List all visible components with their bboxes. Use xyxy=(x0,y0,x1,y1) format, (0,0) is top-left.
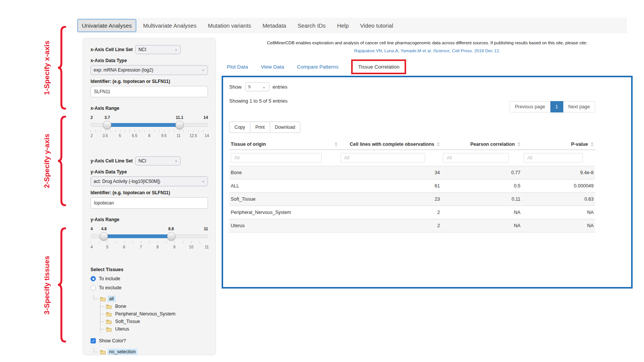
download-button[interactable]: Download xyxy=(270,122,300,133)
table-cell: NA xyxy=(441,206,522,219)
column-header-p-value[interactable]: P-value xyxy=(522,139,595,150)
tick-label: 11 xyxy=(177,134,180,138)
to-exclude-radio[interactable] xyxy=(91,285,96,290)
tissue-tree: all Bone Peripheral_Nervous_System xyxy=(94,295,208,333)
to-exclude-radio-row[interactable]: To exclude xyxy=(91,285,208,290)
brace-bracket-icon xyxy=(57,227,67,343)
tab-plot-data[interactable]: Plot Data xyxy=(227,64,248,70)
table-row: Soft_Tissue 23 0.11 0.63 xyxy=(229,193,595,206)
tissue-correlation-table: Tissue of origin Cell lines with complet… xyxy=(229,139,595,232)
x-axis-identifier-input[interactable] xyxy=(91,86,208,97)
tree-node-soft-tissue[interactable]: Soft_Tissue xyxy=(100,318,208,325)
annotation-step3: 3-Specify tissues xyxy=(35,227,67,343)
y-axis-identifier-input[interactable] xyxy=(91,197,208,209)
tree-node-soft-tissue-label[interactable]: Soft_Tissue xyxy=(114,318,142,325)
tree-node-uterus-label[interactable]: Uterus xyxy=(114,326,131,332)
brace-bracket-icon xyxy=(57,115,67,206)
tick-label: 10 xyxy=(189,245,193,249)
table-cell: NA xyxy=(522,219,595,232)
nav-tab-multivariate-analyses[interactable]: Multivariate Analyses xyxy=(139,19,201,32)
tree-node-all-label[interactable]: all xyxy=(108,296,116,302)
citation-text: CellMinerCDB enables exploration and ana… xyxy=(222,39,633,47)
y-axis-data-type-value: act: Drug Activity (-log10[IC50M]) xyxy=(94,179,160,184)
tree-node-all[interactable]: all xyxy=(94,295,208,303)
x-range-fill xyxy=(107,123,180,127)
y-range-handle-min[interactable] xyxy=(100,232,108,240)
table-row: Bone 34 0.77 9.4e-8 xyxy=(229,166,595,179)
tick-label: 12.5 xyxy=(190,134,197,138)
y-range-tickmarks xyxy=(91,241,208,243)
tab-tissue-correlation[interactable]: Tissue Correlation xyxy=(358,64,399,70)
column-header-pearson-correlation[interactable]: Pearson correlation xyxy=(441,139,522,150)
table-cell: 2 xyxy=(339,219,441,232)
tree-node-bone-label[interactable]: Bone xyxy=(114,303,128,309)
tree-node-uterus[interactable]: Uterus xyxy=(100,325,208,333)
y-axis-cell-line-set-select[interactable]: NCI ⌄ xyxy=(135,156,181,165)
x-axis-range-slider: 2 3.7 11.1 14 2 3.5 5 6.5 8 9.5 11 12.5 … xyxy=(91,121,208,145)
top-navigation: Univariate Analyses Multivariate Analyse… xyxy=(77,18,627,33)
filter-tissue-of-origin[interactable] xyxy=(231,153,322,163)
copy-button[interactable]: Copy xyxy=(229,122,250,133)
column-header-cell-lines[interactable]: Cell lines with complete observations xyxy=(339,139,441,150)
select-tissues-title: Select Tissues xyxy=(91,267,208,272)
show-color-checkbox[interactable]: ✓ xyxy=(91,338,96,343)
sort-icon[interactable] xyxy=(335,142,338,147)
filter-pearson-correlation[interactable] xyxy=(443,153,509,163)
x-axis-range-label: x-Axis Range xyxy=(91,106,208,111)
showing-entries-text: Showing 1 to 5 of 5 entries xyxy=(229,98,288,104)
nav-tab-video-tutorial[interactable]: Video tutorial xyxy=(355,19,397,32)
show-color-row[interactable]: ✓ Show Color? xyxy=(91,338,208,343)
table-header-row: Tissue of origin Cell lines with complet… xyxy=(229,139,595,150)
tree-connector xyxy=(94,295,98,299)
filter-cell-lines[interactable] xyxy=(341,153,425,163)
tab-compare-patterns[interactable]: Compare Patterns xyxy=(297,64,339,70)
table-cell: 61 xyxy=(339,179,441,193)
x-axis-data-type-select[interactable]: exp: mRNA Expression (log2) ⌄ xyxy=(91,65,208,75)
print-button[interactable]: Print xyxy=(250,122,270,133)
filter-p-value[interactable] xyxy=(524,153,583,163)
sort-icon[interactable] xyxy=(517,142,521,147)
tree-node-bone[interactable]: Bone xyxy=(100,303,208,310)
table-cell: 0.77 xyxy=(441,166,522,179)
y-range-handle-max[interactable] xyxy=(167,232,175,240)
entries-select[interactable]: 5 ⌄ xyxy=(245,82,269,91)
to-include-radio-row[interactable]: To include xyxy=(91,276,208,281)
sort-icon[interactable] xyxy=(591,142,594,147)
folder-icon xyxy=(100,296,106,301)
tick-label: 9 xyxy=(174,245,176,249)
next-page-button[interactable]: Next page xyxy=(563,101,595,112)
nav-tab-mutation-variants[interactable]: Mutation variants xyxy=(203,19,256,32)
x-range-handle-max[interactable] xyxy=(175,121,184,129)
brace-bracket-icon xyxy=(57,26,67,110)
nav-tab-help[interactable]: Help xyxy=(333,19,353,32)
previous-page-button[interactable]: Previous page xyxy=(510,101,550,112)
chevron-down-icon: ⌄ xyxy=(174,158,178,162)
main-content: CellMinerCDB enables exploration and ana… xyxy=(222,39,633,289)
x-axis-identifier-label: Identifier: (e.g. topotecan or SLFN11) xyxy=(91,79,208,84)
control-panel: x-Axis Cell Line Set NCI ⌄ x-Axis Data T… xyxy=(83,38,216,355)
tick-label: 2 xyxy=(91,134,93,138)
to-include-radio[interactable] xyxy=(91,276,96,281)
annotation-step1-label: 1-Specify x-axis xyxy=(43,41,51,95)
tree-node-no-selection[interactable]: no_selection xyxy=(94,348,208,356)
nav-tab-search-ids[interactable]: Search IDs xyxy=(293,19,330,32)
tab-view-data[interactable]: View Data xyxy=(261,64,284,70)
tree-node-no-selection-label[interactable]: no_selection xyxy=(108,349,137,355)
x-axis-cell-line-set-select[interactable]: NCI ⌄ xyxy=(135,45,181,54)
column-header-tissue-of-origin[interactable]: Tissue of origin xyxy=(229,139,339,150)
citation-link[interactable]: Rajapakse.VN, Luna.A, Yamade.M et al. iS… xyxy=(222,47,633,55)
show-entries-row: Show 5 ⌄ entries xyxy=(229,82,595,91)
sort-icon[interactable] xyxy=(437,142,440,147)
x-range-max-label: 14 xyxy=(203,115,208,120)
column-header-label: Pearson correlation xyxy=(470,142,514,147)
tree-node-peripheral-nervous-system[interactable]: Peripheral_Nervous_System xyxy=(100,310,208,318)
entries-suffix-label: entries xyxy=(273,84,288,90)
x-range-handle-min[interactable] xyxy=(103,121,111,129)
nav-tab-metadata[interactable]: Metadata xyxy=(258,19,291,32)
tree-node-peripheral-nervous-system-label[interactable]: Peripheral_Nervous_System xyxy=(114,311,177,317)
tissue-correlation-highlight-box: Tissue Correlation xyxy=(351,59,406,74)
nav-tab-univariate-analyses[interactable]: Univariate Analyses xyxy=(77,19,136,32)
page-number-button[interactable]: 1 xyxy=(550,101,563,112)
annotation-step2-label: 2-Specify y-axis xyxy=(43,134,51,188)
y-axis-data-type-select[interactable]: act: Drug Activity (-log10[IC50M]) ⌄ xyxy=(91,176,208,186)
